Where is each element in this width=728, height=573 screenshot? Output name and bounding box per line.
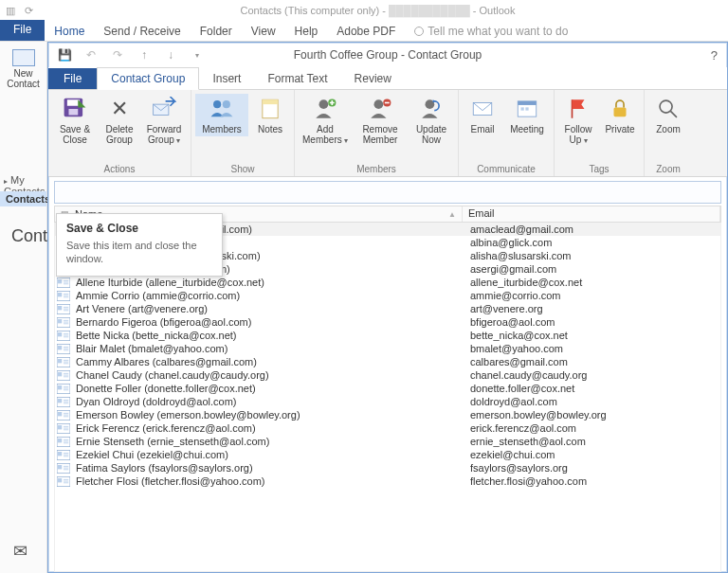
contact-card-icon — [57, 463, 70, 474]
member-row[interactable]: Fletcher Flosi (fletcher.flosi@yahoo.com… — [55, 475, 720, 488]
follow-up-button[interactable]: Follow Up — [558, 94, 598, 148]
member-name: Bette Nicka (bette_nicka@cox.net) — [70, 330, 464, 341]
svg-rect-47 — [64, 293, 68, 294]
member-row[interactable]: Bette Nicka (bette_nicka@cox.net)bette_n… — [55, 329, 720, 342]
member-email: ezekiel@chui.com — [464, 449, 720, 460]
meeting-button[interactable]: Meeting — [504, 94, 550, 136]
member-email: calbares@gmail.com — [464, 356, 720, 367]
notes-icon — [257, 96, 283, 122]
svg-rect-59 — [64, 323, 68, 324]
cg-tab-insert[interactable]: Insert — [199, 68, 254, 89]
member-row[interactable]: Blair Malet (bmalet@yahoo.com)bmalet@yah… — [55, 342, 720, 355]
svg-rect-102 — [64, 439, 68, 439]
svg-point-5 — [223, 100, 230, 108]
tooltip-title: Save & Close — [66, 222, 212, 235]
delete-group-button[interactable]: ✕ Delete Group — [100, 94, 139, 147]
qat-redo-icon[interactable]: ↷ — [111, 48, 124, 62]
member-row[interactable]: Donette Foller (donette.foller@cox.net)d… — [55, 382, 720, 395]
member-name: Bernardo Figeroa (bfigeroa@aol.com) — [70, 316, 464, 328]
svg-rect-16 — [521, 107, 524, 110]
private-button[interactable]: Private — [600, 94, 640, 136]
member-name: Blair Malet (bmalet@yahoo.com) — [70, 343, 464, 354]
member-email: asergi@gmail.com — [464, 263, 720, 275]
lock-icon — [607, 96, 633, 122]
lightbulb-icon — [414, 27, 424, 36]
contact-card-icon — [57, 384, 70, 394]
member-row[interactable]: Ezekiel Chui (ezekiel@chui.com)ezekiel@c… — [55, 448, 720, 461]
contact-card-icon — [57, 450, 70, 460]
tooltip-body: Save this item and close the window. — [66, 239, 212, 266]
add-members-button[interactable]: Add Members — [299, 94, 352, 148]
new-contact-button[interactable]: New Contact — [0, 42, 46, 93]
qat-sendall-icon[interactable]: ⟳ — [25, 5, 33, 17]
contacts-folder-selected[interactable]: Contacts — [0, 191, 46, 206]
members-button[interactable]: Members — [195, 94, 248, 136]
email-button[interactable]: Email — [463, 94, 502, 136]
svg-rect-56 — [58, 319, 62, 323]
member-row[interactable]: Cammy Albares (calbares@gmail.com)calbar… — [55, 355, 720, 368]
main-tell-me[interactable]: Tell me what you want to do — [405, 22, 577, 41]
remove-member-button[interactable]: Remove Member — [354, 94, 407, 147]
member-row[interactable]: Fatima Saylors (fsaylors@saylors.org)fsa… — [55, 461, 720, 475]
member-row[interactable]: Chanel Caudy (chanel.caudy@caudy.org)cha… — [55, 368, 720, 382]
forward-group-button[interactable]: Forward Group — [141, 94, 187, 148]
qat-undo-icon[interactable]: ↶ — [84, 48, 98, 62]
cg-tab-review[interactable]: Review — [341, 68, 405, 89]
member-email: donette.foller@cox.net — [464, 383, 720, 394]
contact-card-icon — [57, 357, 70, 367]
svg-rect-83 — [64, 387, 68, 388]
save-and-close-button[interactable]: Save & Close — [52, 94, 98, 147]
main-tab-file[interactable]: File — [0, 20, 45, 41]
svg-rect-119 — [64, 482, 68, 483]
qat-next-icon[interactable]: ↓ — [164, 48, 177, 62]
ribbon-group-label: Show — [191, 163, 294, 176]
member-row[interactable]: Erick Ferencz (erick.ferencz@aol.com)eri… — [55, 421, 720, 435]
svg-rect-93 — [64, 414, 68, 415]
qat-save-icon[interactable]: 💾 — [58, 48, 71, 62]
svg-rect-68 — [64, 348, 68, 349]
qat-customize-icon[interactable]: ▾ — [191, 51, 204, 60]
member-row[interactable]: Emerson Bowley (emerson.bowley@bowley.or… — [55, 408, 720, 421]
svg-rect-76 — [58, 372, 62, 376]
member-row[interactable]: Dyan Oldroyd (doldroyd@aol.com)doldroyd@… — [55, 395, 720, 408]
member-email: bmalet@yahoo.com — [464, 343, 720, 354]
svg-rect-57 — [64, 319, 68, 320]
member-email: ammie@corrio.com — [464, 290, 720, 301]
contact-card-icon — [12, 49, 35, 66]
cg-tab-file[interactable]: File — [48, 68, 97, 89]
main-tab-home[interactable]: Home — [45, 22, 94, 41]
main-window-title: Contacts (This computer only) - ████████… — [33, 5, 722, 16]
flag-icon — [565, 96, 592, 122]
zoom-button[interactable]: Zoom — [648, 94, 688, 136]
cg-help-button[interactable]: ? — [711, 48, 718, 63]
qat-prev-icon[interactable]: ↑ — [137, 48, 151, 62]
main-tab-sendreceive[interactable]: Send / Receive — [94, 22, 190, 41]
main-tab-folder[interactable]: Folder — [191, 22, 242, 41]
save-close-icon — [62, 96, 88, 122]
update-now-button[interactable]: Update Now — [409, 94, 454, 147]
main-tab-help[interactable]: Help — [285, 22, 328, 41]
notes-button[interactable]: Notes — [250, 94, 290, 136]
delete-icon: ✕ — [106, 96, 133, 122]
main-tab-adobe[interactable]: Adobe PDF — [327, 22, 405, 41]
member-row[interactable]: Ernie Stenseth (ernie_stenseth@aol.com)e… — [55, 435, 720, 448]
svg-rect-52 — [64, 306, 68, 307]
column-header-email[interactable]: Email — [463, 206, 720, 222]
qat-save-icon[interactable]: ▥ — [6, 5, 15, 17]
main-tab-view[interactable]: View — [242, 22, 285, 41]
member-row[interactable]: Ammie Corrio (ammie@corrio.com)ammie@cor… — [55, 289, 720, 302]
member-row[interactable]: Bernardo Figeroa (bfigeroa@aol.com)bfige… — [55, 315, 720, 329]
group-name-field[interactable] — [54, 181, 721, 204]
svg-rect-114 — [64, 469, 68, 470]
svg-rect-44 — [64, 283, 68, 284]
member-email: albina@glick.com — [464, 237, 720, 248]
member-row[interactable]: Allene Iturbide (allene_iturbide@cox.net… — [55, 276, 720, 289]
member-row[interactable]: Art Venere (art@venere.org)art@venere.or… — [55, 302, 720, 315]
member-email: bette_nicka@cox.net — [464, 330, 720, 341]
svg-rect-111 — [58, 465, 62, 469]
svg-rect-48 — [64, 295, 68, 295]
cg-tab-contact-group[interactable]: Contact Group — [97, 67, 199, 90]
cg-tab-format-text[interactable]: Format Text — [254, 68, 340, 89]
mail-icon[interactable]: ✉ — [13, 541, 27, 562]
svg-rect-91 — [58, 412, 62, 416]
